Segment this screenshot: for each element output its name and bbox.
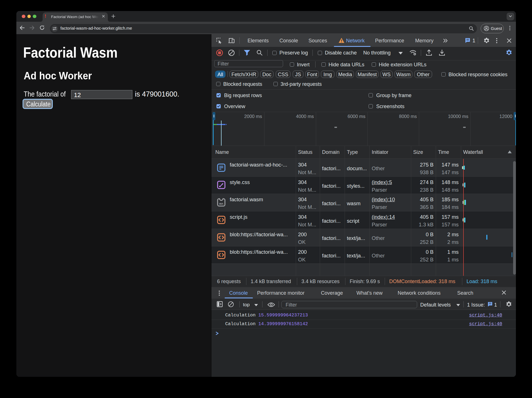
svg-text:WA: WA	[219, 202, 223, 205]
